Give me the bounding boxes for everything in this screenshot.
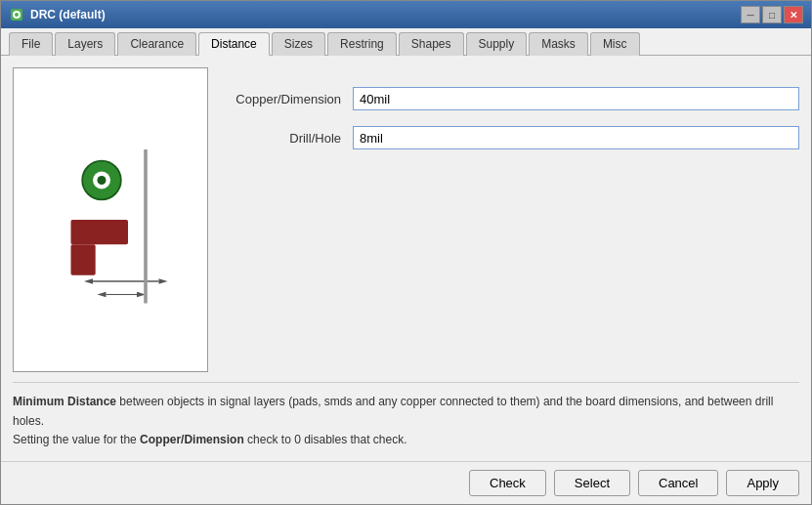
description-bold2: Copper/Dimension — [140, 433, 244, 446]
svg-marker-13 — [98, 292, 107, 297]
description-after2: check to 0 disables that check. — [244, 433, 407, 446]
close-button[interactable]: ✕ — [784, 6, 803, 23]
copper-dimension-label: Copper/Dimension — [224, 92, 341, 106]
tab-file[interactable]: File — [9, 32, 53, 56]
description-line1: Minimum Distance between objects in sign… — [13, 393, 799, 430]
description-area: Minimum Distance between objects in sign… — [13, 382, 799, 449]
tab-shapes[interactable]: Shapes — [399, 32, 464, 56]
description-rest1: between objects in signal layers (pads, … — [13, 395, 773, 427]
tab-masks[interactable]: Masks — [529, 32, 588, 56]
drill-hole-input[interactable] — [353, 126, 799, 149]
tab-sizes[interactable]: Sizes — [272, 32, 325, 56]
titlebar-left: DRC (default) — [9, 7, 106, 22]
svg-rect-10 — [71, 220, 129, 244]
content-area: Copper/Dimension Drill/Hole Minimum Dist… — [1, 56, 811, 461]
copper-dimension-input[interactable] — [353, 87, 799, 110]
main-window: DRC (default) ─ □ ✕ File Layers Clearanc… — [0, 0, 812, 505]
svg-marker-6 — [159, 279, 168, 284]
titlebar-controls: ─ □ ✕ — [741, 6, 803, 23]
description-bold1: Minimum Distance — [13, 395, 116, 408]
copper-dimension-row: Copper/Dimension — [224, 87, 799, 110]
form-panel: Copper/Dimension Drill/Hole — [224, 67, 799, 372]
window-title: DRC (default) — [30, 8, 106, 21]
drill-hole-label: Drill/Hole — [224, 131, 341, 146]
tab-supply[interactable]: Supply — [466, 32, 528, 56]
tab-clearance[interactable]: Clearance — [117, 32, 196, 56]
description-before2: Setting the value for the — [13, 433, 140, 446]
diagram-panel — [13, 67, 208, 372]
tab-misc[interactable]: Misc — [590, 32, 640, 56]
tab-restring[interactable]: Restring — [327, 32, 397, 56]
svg-rect-15 — [144, 149, 148, 304]
svg-point-2 — [15, 13, 19, 17]
titlebar: DRC (default) ─ □ ✕ — [1, 1, 811, 28]
app-icon — [9, 7, 24, 22]
tabs-bar: File Layers Clearance Distance Sizes Res… — [1, 28, 811, 56]
description-line2: Setting the value for the Copper/Dimensi… — [13, 431, 799, 449]
tab-layers[interactable]: Layers — [55, 32, 115, 56]
main-area: Copper/Dimension Drill/Hole — [13, 67, 799, 372]
check-button[interactable]: Check — [469, 470, 546, 496]
minimize-button[interactable]: ─ — [741, 6, 760, 23]
apply-button[interactable]: Apply — [726, 470, 799, 496]
select-button[interactable]: Select — [554, 470, 630, 496]
svg-marker-5 — [84, 279, 93, 284]
svg-rect-11 — [71, 244, 96, 275]
tab-distance[interactable]: Distance — [198, 32, 270, 56]
svg-point-9 — [98, 176, 107, 185]
drill-hole-row: Drill/Hole — [224, 126, 799, 149]
cancel-button[interactable]: Cancel — [638, 470, 718, 496]
maximize-button[interactable]: □ — [762, 6, 782, 23]
distance-diagram — [22, 132, 198, 308]
footer: Check Select Cancel Apply — [1, 461, 811, 504]
